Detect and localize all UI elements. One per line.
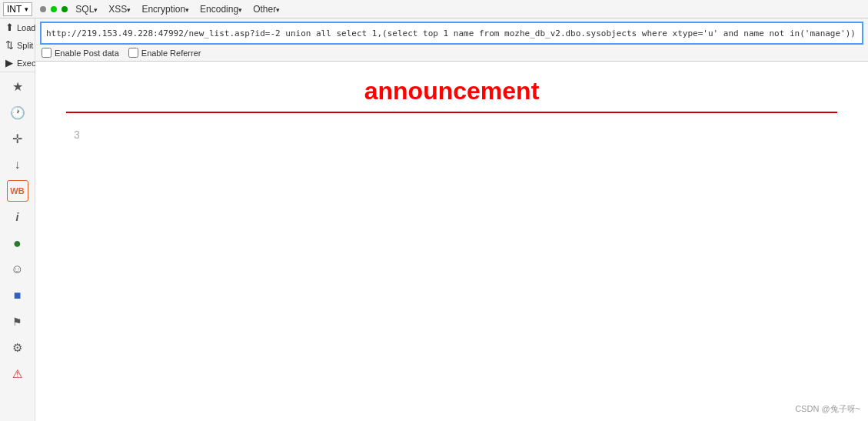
sidebar-icons: ★ 🕐 ✛ ↓ WB i ● ☺ ■ ⚑ ⚙ ⚠	[0, 72, 35, 421]
warning-icon[interactable]: ⚠	[7, 363, 28, 385]
encoding-arrow: ▾	[238, 6, 242, 14]
other-arrow: ▾	[276, 6, 280, 14]
flag-icon[interactable]: ⚑	[7, 311, 28, 332]
enable-post-text: Enable Post data	[55, 48, 119, 58]
puzzle-icon[interactable]: ✛	[7, 128, 28, 149]
sql-arrow: ▾	[94, 6, 98, 14]
enable-referrer-label[interactable]: Enable Referrer	[128, 48, 201, 58]
load-url-button[interactable]: ⬆ Load URL	[0, 18, 35, 36]
load-url-icon: ⬆	[3, 22, 15, 33]
status-dot-green	[51, 6, 57, 12]
page-content: announcement 3	[35, 62, 868, 156]
download-icon[interactable]: ↓	[7, 154, 28, 175]
gear-icon[interactable]: ⚙	[7, 337, 28, 359]
announcement-underline	[66, 112, 837, 113]
wb-icon[interactable]: WB	[7, 180, 28, 202]
encoding-menu[interactable]: Encoding▾	[195, 2, 247, 16]
enable-post-checkbox[interactable]	[42, 48, 52, 58]
url-input-row	[40, 22, 863, 45]
encryption-menu[interactable]: Encryption▾	[137, 2, 194, 16]
url-bar-area: Enable Post data Enable Referrer	[35, 18, 868, 62]
execute-icon: ▶	[3, 57, 15, 68]
enable-post-label[interactable]: Enable Post data	[42, 48, 119, 58]
square-icon[interactable]: ■	[7, 285, 28, 306]
split-url-button[interactable]: ⇅ Split URL	[0, 36, 35, 54]
announcement-title: announcement	[66, 77, 837, 105]
int-select[interactable]: INT ▾	[3, 2, 32, 16]
star-icon[interactable]: ★	[7, 75, 28, 97]
xss-arrow: ▾	[127, 6, 131, 14]
content-number: 3	[74, 129, 837, 141]
enable-referrer-checkbox[interactable]	[128, 48, 138, 58]
sidebar-top: ⬆ Load URL ⇅ Split URL ▶ Execute	[0, 18, 35, 72]
sidebar: ⬆ Load URL ⇅ Split URL ▶ Execute ★ 🕐 ✛ ↓…	[0, 18, 35, 421]
face-icon[interactable]: ☺	[7, 259, 28, 280]
xss-menu[interactable]: XSS▾	[104, 2, 135, 16]
watermark: CSDN @兔子呀~	[795, 403, 860, 415]
menu-bar: INT ▾ SQL▾ XSS▾ Encryption▾ Encoding▾ Ot…	[0, 0, 868, 18]
execute-button[interactable]: ▶ Execute	[0, 54, 35, 72]
int-dropdown-arrow[interactable]: ▾	[25, 5, 28, 13]
info-icon[interactable]: i	[7, 206, 28, 228]
body-area: ⬆ Load URL ⇅ Split URL ▶ Execute ★ 🕐 ✛ ↓…	[0, 18, 868, 421]
checkbox-row: Enable Post data Enable Referrer	[40, 48, 863, 58]
url-input[interactable]	[40, 22, 863, 45]
enable-referrer-text: Enable Referrer	[141, 48, 201, 58]
sql-menu[interactable]: SQL▾	[71, 2, 102, 16]
encryption-arrow: ▾	[185, 6, 189, 14]
history-icon[interactable]: 🕐	[7, 102, 28, 123]
status-dot-darkgreen	[62, 6, 68, 12]
status-dot-gray	[40, 6, 46, 12]
browser-content: announcement 3 CSDN @兔子呀~	[35, 62, 868, 421]
circle-icon[interactable]: ●	[7, 232, 28, 254]
content-area: Enable Post data Enable Referrer announc…	[35, 18, 868, 421]
split-url-icon: ⇅	[3, 39, 15, 51]
int-label: INT	[7, 4, 22, 15]
other-menu[interactable]: Other▾	[248, 2, 284, 16]
